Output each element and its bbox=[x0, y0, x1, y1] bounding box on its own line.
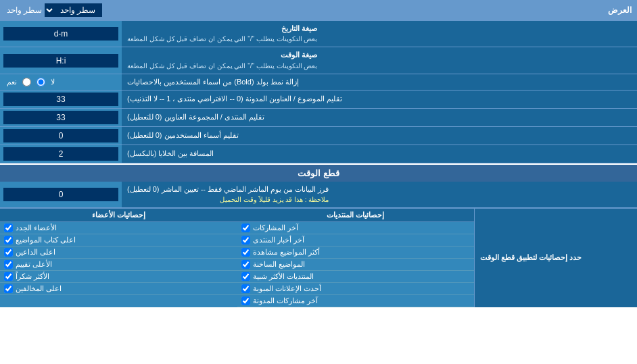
forum-checkbox-1[interactable] bbox=[241, 236, 250, 244]
forum-item-3-label: المواضيع الساخنة bbox=[253, 260, 305, 269]
forum-checkbox-2[interactable] bbox=[241, 248, 250, 257]
list-item: الأعلى تقييم bbox=[0, 259, 237, 271]
list-item: آخر أخبار المنتدى bbox=[237, 234, 475, 246]
bold-yes-label: نعم bbox=[7, 78, 17, 86]
member-item-2-label: اعلى الداعين bbox=[16, 248, 55, 257]
member-checkbox-0[interactable] bbox=[4, 224, 13, 232]
display-label: سطر واحد bbox=[7, 5, 42, 15]
bold-yes-radio[interactable] bbox=[22, 78, 31, 86]
forum-checkbox-0[interactable] bbox=[241, 224, 250, 232]
cell-spacing-input[interactable] bbox=[3, 147, 118, 161]
bold-no-label: لا bbox=[51, 78, 55, 86]
list-item: المواضيع الساخنة bbox=[237, 259, 475, 271]
forum-item-1-label: آخر أخبار المنتدى bbox=[253, 236, 304, 244]
cutoff-note: ملاحظة : هذا قد يزيد قليلاً وقت التحميل bbox=[127, 195, 329, 205]
member-item-0-label: الأعضاء الجدد bbox=[16, 224, 57, 232]
time-format-label: صيغة الوقت bbox=[127, 50, 317, 60]
forum-checkbox-4[interactable] bbox=[241, 272, 250, 281]
cutoff-label: فرز البيانات من يوم الماشر الماضي فقط --… bbox=[127, 184, 329, 194]
bold-remove-label: إزالة نمط بولد (Bold) من اسماء المستخدمي… bbox=[127, 77, 299, 87]
member-item-3-label: الأعلى تقييم bbox=[16, 260, 52, 269]
date-format-label: صيغة التاريخ bbox=[127, 24, 317, 34]
forum-item-5-label: أحدث الإعلانات المبوبة bbox=[253, 284, 321, 293]
list-item: آخر المشاركات bbox=[237, 222, 475, 234]
cutoff-input[interactable] bbox=[3, 188, 118, 201]
list-item: أحدث الإعلانات المبوبة bbox=[237, 283, 475, 295]
section-label: العرض bbox=[105, 3, 637, 17]
forum-item-4-label: المنتديات الأكثر شبية bbox=[253, 272, 314, 281]
forum-item-0-label: آخر المشاركات bbox=[253, 224, 298, 232]
username-trim-input[interactable] bbox=[3, 129, 118, 142]
time-format-sublabel: بعض التكوينات يتطلب "/" التي يمكن ان تضا… bbox=[127, 61, 317, 71]
display-select[interactable]: سطر واحدسطرانثلاثة أسطر bbox=[45, 3, 102, 17]
member-checkbox-5[interactable] bbox=[4, 284, 13, 293]
list-item: أكثر المواضيع مشاهدة bbox=[237, 246, 475, 259]
list-item: اعلى المخالفين bbox=[0, 283, 237, 295]
member-checkbox-1[interactable] bbox=[4, 236, 13, 244]
username-trim-label: تقليم أسماء المستخدمين (0 للتعطيل) bbox=[127, 130, 239, 140]
date-format-sublabel: بعض التكوينات يتطلب "/" التي يمكن ان تضا… bbox=[127, 34, 317, 44]
forum-checkbox-5[interactable] bbox=[241, 284, 250, 293]
list-item: آخر مشاركات المدونة bbox=[237, 295, 475, 307]
forum-item-2-label: أكثر المواضيع مشاهدة bbox=[253, 248, 320, 257]
cell-spacing-label: المسافة بين الخلايا (بالبكسل) bbox=[127, 149, 214, 159]
member-checkbox-2[interactable] bbox=[4, 248, 13, 257]
title-trim-input[interactable] bbox=[3, 93, 118, 106]
cutoff-section-header: قطع الوقت bbox=[0, 163, 637, 182]
bold-no-radio[interactable] bbox=[37, 78, 45, 86]
stats-apply-label: حدد إحصائيات لتطبيق قطع الوقت bbox=[475, 209, 637, 307]
member-item-5-label: اعلى المخالفين bbox=[16, 284, 62, 293]
forum-title-trim-input[interactable] bbox=[3, 111, 118, 124]
forum-item-6-label: آخر مشاركات المدونة bbox=[253, 296, 318, 305]
list-item: اعلى كتاب المواضيع bbox=[0, 234, 237, 246]
col1-header: إحصائيات الأعضاء bbox=[0, 209, 237, 222]
date-format-input[interactable] bbox=[3, 27, 118, 41]
member-item-1-label: اعلى كتاب المواضيع bbox=[16, 236, 76, 244]
list-item: المنتديات الأكثر شبية bbox=[237, 271, 475, 283]
list-item: اعلى الداعين bbox=[0, 246, 237, 259]
forum-checkbox-6[interactable] bbox=[241, 296, 250, 305]
member-item-4-label: الأكثر شكراً bbox=[16, 272, 49, 281]
forum-title-trim-label: تقليم المنتدى / المجموعة العناوين (0 للت… bbox=[127, 112, 264, 122]
title-trim-label: تقليم الموضوع / العناوين المدونة (0 -- ا… bbox=[127, 94, 342, 104]
list-item: الأعضاء الجدد bbox=[0, 222, 237, 234]
forum-checkbox-3[interactable] bbox=[241, 260, 250, 269]
member-checkbox-3[interactable] bbox=[4, 260, 13, 269]
list-item: الأكثر شكراً bbox=[0, 271, 237, 283]
col2-header: إحصائيات المنتديات bbox=[237, 209, 475, 222]
member-checkbox-4[interactable] bbox=[4, 272, 13, 281]
time-format-input[interactable] bbox=[3, 54, 118, 68]
